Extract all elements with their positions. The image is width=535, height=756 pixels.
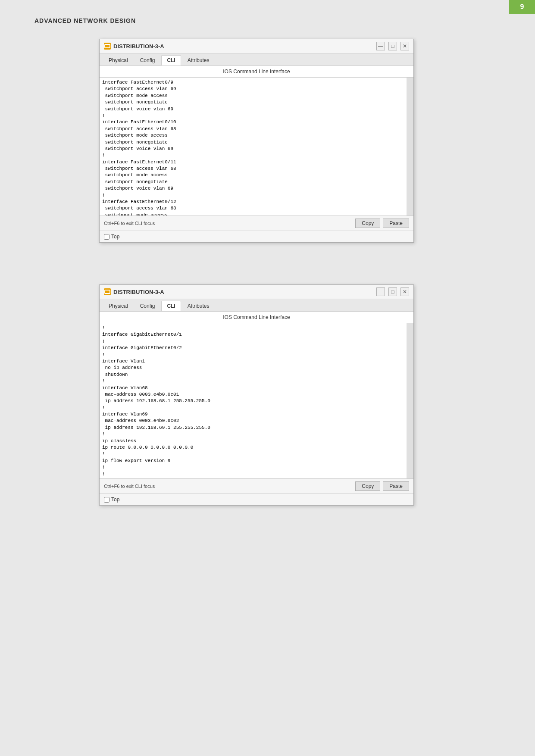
- window-2-maximize[interactable]: □: [388, 287, 397, 296]
- window-1-maximize[interactable]: □: [388, 42, 397, 50]
- window-2: DISTRIBUTION-3-A ― □ ✕ Physical Config C…: [99, 284, 414, 506]
- footer-buttons-1: Copy Paste: [355, 219, 409, 228]
- top-checkbox-label-1[interactable]: Top: [104, 234, 119, 240]
- window-1: DISTRIBUTION-3-A ― □ ✕ Physical Config C…: [99, 39, 414, 243]
- cli-section-label-2: IOS Command Line Interface: [100, 312, 413, 323]
- window-2-title-left: DISTRIBUTION-3-A: [104, 288, 164, 295]
- window-2-title-text: DISTRIBUTION-3-A: [113, 289, 164, 295]
- cli-hint-1: Ctrl+F6 to exit CLI focus: [104, 221, 155, 226]
- cli-hint-2: Ctrl+F6 to exit CLI focus: [104, 484, 155, 489]
- tab-config-1[interactable]: Config: [135, 55, 161, 66]
- window-1-title-left: DISTRIBUTION-3-A: [104, 43, 164, 50]
- tab-cli-2[interactable]: CLI: [161, 301, 181, 311]
- tab-physical-1[interactable]: Physical: [103, 55, 134, 66]
- window-1-titlebar: DISTRIBUTION-3-A ― □ ✕: [100, 39, 413, 53]
- cli-footer-1: Ctrl+F6 to exit CLI focus Copy Paste: [100, 216, 413, 231]
- cli-scrollbar-area-2: ! interface GigabitEthernet0/1 ! interfa…: [100, 323, 413, 478]
- page-title: ADVANCED NETWORK DESIGN: [34, 17, 136, 24]
- cli-scrollbar-area-1: interface FastEthernet0/9 switchport acc…: [100, 78, 413, 216]
- tab-attributes-2[interactable]: Attributes: [182, 301, 215, 311]
- paste-button-2[interactable]: Paste: [383, 481, 409, 491]
- window-1-title-text: DISTRIBUTION-3-A: [113, 43, 164, 50]
- window-2-close[interactable]: ✕: [400, 287, 409, 296]
- tab-config-2[interactable]: Config: [135, 301, 161, 311]
- router-icon-2: [104, 290, 110, 294]
- cli-footer-2: Ctrl+F6 to exit CLI focus Copy Paste: [100, 478, 413, 494]
- window-1-controls: ― □ ✕: [376, 42, 409, 50]
- window-2-minimize[interactable]: ―: [376, 287, 385, 296]
- page-number: 9: [520, 3, 524, 11]
- tab-cli-1[interactable]: CLI: [161, 55, 181, 66]
- cli-content-1[interactable]: interface FastEthernet0/9 switchport acc…: [100, 78, 413, 216]
- top-checkbox-2[interactable]: [104, 497, 110, 503]
- tab-attributes-1[interactable]: Attributes: [182, 55, 215, 66]
- top-checkbox-label-2[interactable]: Top: [104, 497, 119, 503]
- window-1-close[interactable]: ✕: [400, 42, 409, 50]
- window-2-controls: ― □ ✕: [376, 287, 409, 296]
- page-number-badge: 9: [509, 0, 535, 14]
- window-2-bottom-bar: Top: [100, 494, 413, 505]
- window-2-tabs: Physical Config CLI Attributes: [100, 299, 413, 312]
- device-icon-1: [104, 43, 111, 50]
- window-1-minimize[interactable]: ―: [376, 42, 385, 50]
- router-icon-1: [104, 44, 110, 48]
- paste-button-1[interactable]: Paste: [383, 219, 409, 228]
- top-checkbox-1[interactable]: [104, 234, 110, 240]
- cli-content-2[interactable]: ! interface GigabitEthernet0/1 ! interfa…: [100, 323, 413, 478]
- top-label-2: Top: [111, 497, 119, 503]
- window-1-tabs: Physical Config CLI Attributes: [100, 53, 413, 66]
- copy-button-1[interactable]: Copy: [355, 219, 380, 228]
- top-label-1: Top: [111, 234, 119, 240]
- cli-section-label-1: IOS Command Line Interface: [100, 66, 413, 78]
- window-1-bottom-bar: Top: [100, 231, 413, 242]
- window-2-titlebar: DISTRIBUTION-3-A ― □ ✕: [100, 285, 413, 299]
- copy-button-2[interactable]: Copy: [355, 481, 380, 491]
- device-icon-2: [104, 288, 111, 295]
- tab-physical-2[interactable]: Physical: [103, 301, 134, 311]
- footer-buttons-2: Copy Paste: [355, 481, 409, 491]
